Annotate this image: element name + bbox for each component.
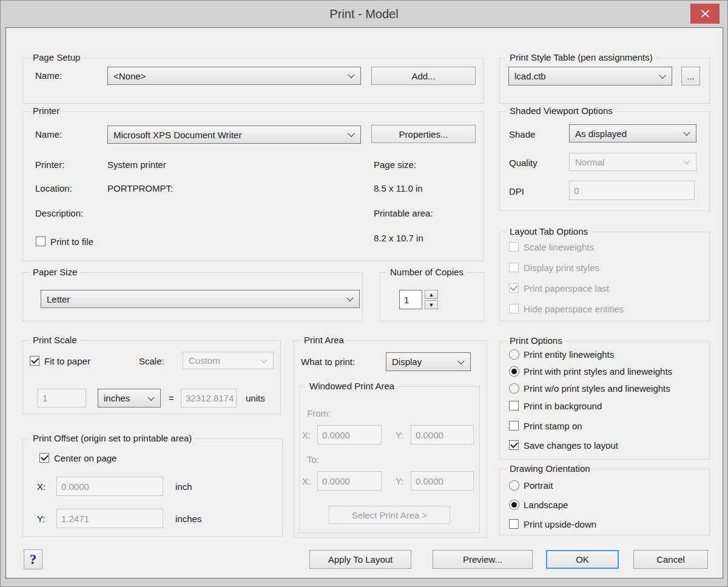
help-button[interactable]: ? <box>24 549 42 569</box>
scale-units-value-input: 32312.8174 <box>181 389 237 408</box>
print-style-table-combobox[interactable]: lcad.ctb <box>508 67 672 86</box>
save-changes-to-layout-label: Save changes to layout <box>524 440 618 451</box>
properties-button[interactable]: Properties... <box>371 125 476 143</box>
print-entity-lineweights-label: Print entity lineweights <box>524 349 614 360</box>
scale-unit-input: 1 <box>38 389 86 408</box>
copies-input[interactable]: 1 <box>399 290 422 309</box>
print-upside-down-checkbox[interactable] <box>509 519 519 529</box>
printer-name-value: Microsoft XPS Document Writer <box>113 130 241 140</box>
chevron-down-icon <box>346 295 353 301</box>
chevron-down-icon <box>147 394 154 400</box>
scale-label: Scale: <box>139 356 164 367</box>
select-print-area-button: Select Print Area > <box>329 506 450 524</box>
what-to-print-combobox[interactable]: Display <box>386 352 471 371</box>
paper-size-combobox[interactable]: Letter <box>41 290 360 308</box>
location-value: PORTPROMPT: <box>107 183 173 194</box>
add-button[interactable]: Add... <box>371 67 476 85</box>
apply-to-layout-button[interactable]: Apply To Layout <box>309 550 411 569</box>
cancel-button[interactable]: Cancel <box>633 550 708 569</box>
what-to-print-value: Display <box>392 357 422 367</box>
printer-row-value: System printer <box>107 159 166 170</box>
print-stamp-on-checkbox[interactable] <box>509 421 519 431</box>
equals-sign: = <box>169 393 174 404</box>
display-print-styles-checkbox <box>509 263 519 272</box>
print-offset-group-title: Print Offset (origin set to printable ar… <box>30 433 195 443</box>
print-in-background-checkbox[interactable] <box>509 401 519 411</box>
shade-value: As displayed <box>575 129 627 139</box>
print-paperspace-last-checkbox <box>509 283 519 293</box>
print-entity-lineweights-radio[interactable] <box>509 349 519 360</box>
print-dialog-window: Print - Model Page Setup Name: <None> Ad… <box>0 0 728 587</box>
copies-group-title: Number of Copies <box>387 267 467 277</box>
from-y-input: 0.0000 <box>411 425 474 444</box>
quality-value: Normal <box>575 157 604 167</box>
ok-button[interactable]: OK <box>546 550 619 569</box>
from-x-label: X: <box>302 430 311 441</box>
print-options-title: Print Options <box>507 335 565 346</box>
print-with-styles-radio[interactable] <box>509 366 519 377</box>
shade-label: Shade <box>509 129 535 140</box>
print-paperspace-last-label: Print paperspace last <box>524 283 609 294</box>
portrait-radio[interactable] <box>509 480 519 491</box>
to-y-label: Y: <box>396 476 403 487</box>
shade-combobox[interactable]: As displayed <box>569 124 696 143</box>
offset-y-input: 1.2471 <box>56 509 163 528</box>
print-upside-down-label: Print upside-down <box>524 519 596 530</box>
page-setup-name-combobox[interactable]: <None> <box>107 67 361 85</box>
chevron-down-icon <box>457 357 464 364</box>
copies-increment-button[interactable]: ▲ <box>425 290 438 299</box>
printable-area-value: 8.2 x 10.7 in <box>374 233 423 244</box>
offset-x-input: 0.0000 <box>56 477 163 496</box>
print-area-group-title: Print Area <box>301 335 347 345</box>
close-button[interactable] <box>690 4 720 24</box>
units-label: units <box>246 393 265 404</box>
print-wo-styles-label: Print w/o print styles and lineweights <box>524 383 670 394</box>
to-y-input: 0.0000 <box>411 471 474 491</box>
offset-y-unit: inches <box>175 514 201 525</box>
chevron-down-icon <box>348 130 354 137</box>
save-changes-to-layout-checkbox[interactable] <box>509 440 519 450</box>
paper-size-value: Letter <box>47 294 70 304</box>
dpi-label: DPI <box>509 186 524 197</box>
print-scale-group-title: Print Scale <box>30 335 80 345</box>
from-label: From: <box>307 408 331 419</box>
location-label: Location: <box>35 183 72 194</box>
what-to-print-label: What to print: <box>301 357 355 367</box>
from-x-input: 0.0000 <box>317 425 382 444</box>
quality-label: Quality <box>509 158 538 169</box>
hide-paperspace-entities-checkbox <box>509 304 519 314</box>
drawing-orientation-title: Drawing Orientation <box>507 463 593 474</box>
print-wo-styles-radio[interactable] <box>509 383 519 394</box>
page-setup-name-value: <None> <box>113 71 146 81</box>
offset-y-label: Y: <box>37 514 45 525</box>
page-setup-name-label: Name: <box>35 70 62 81</box>
scale-value: Custom <box>189 355 220 366</box>
fit-to-paper-checkbox[interactable] <box>30 356 39 366</box>
center-on-page-label: Center on page <box>54 453 116 464</box>
paper-size-group-title: Paper Size <box>30 267 80 277</box>
scale-unit-combobox[interactable]: inches <box>98 389 161 408</box>
landscape-label: Landscape <box>524 500 568 511</box>
print-in-background-label: Print in background <box>524 401 602 412</box>
page-size-value: 8.5 x 11.0 in <box>374 183 423 194</box>
portrait-label: Portrait <box>524 480 553 491</box>
center-on-page-checkbox[interactable] <box>39 453 49 463</box>
scale-lineweights-label: Scale lineweights <box>524 242 594 253</box>
shaded-viewport-title: Shaded Viewport Options <box>507 106 616 116</box>
printer-name-combobox[interactable]: Microsoft XPS Document Writer <box>107 126 361 144</box>
chevron-down-icon <box>683 158 690 164</box>
preview-button[interactable]: Preview... <box>433 550 533 569</box>
printer-row-label: Printer: <box>35 159 64 170</box>
print-with-styles-label: Print with print styles and lineweights <box>524 366 672 377</box>
scale-unit-name: inches <box>104 393 130 403</box>
print-to-file-checkbox[interactable] <box>36 236 46 246</box>
description-label: Description: <box>35 208 83 219</box>
landscape-radio[interactable] <box>509 500 519 510</box>
hide-paperspace-entities-label: Hide paperspace entities <box>524 304 624 315</box>
chevron-down-icon <box>260 356 267 363</box>
display-print-styles-label: Display print styles <box>524 263 599 273</box>
copies-decrement-button[interactable]: ▼ <box>425 300 438 309</box>
print-style-browse-button[interactable]: ... <box>681 67 700 86</box>
scale-combobox: Custom <box>183 352 274 369</box>
down-arrow-icon: ▼ <box>429 302 434 308</box>
